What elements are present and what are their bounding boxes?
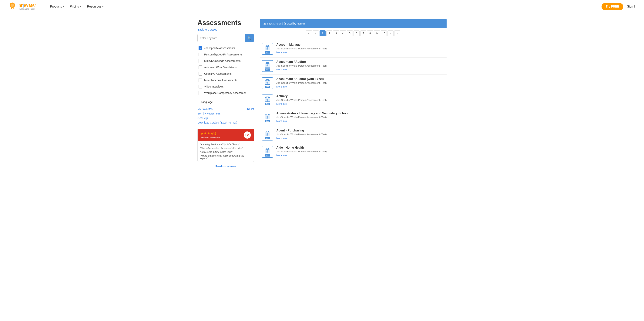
assessment-info-2: Accountant / Auditor (with Excel) Job-Sp…	[276, 77, 445, 88]
assessment-icon-5: Job	[262, 129, 273, 140]
back-to-catalog-link[interactable]: Back to Catalog	[198, 28, 254, 31]
more-info-link-1[interactable]: More Info	[276, 68, 287, 71]
filter-misc[interactable]: Miscellaneous Assessments	[198, 77, 254, 83]
assessment-type-4: Job-Specific Whole-Person Assessment (Te…	[276, 116, 445, 119]
download-catalog-link[interactable]: Download Catalog (Excel Format)	[198, 121, 254, 124]
svg-rect-24	[266, 118, 268, 119]
job-badge-6: Job	[265, 154, 270, 157]
logo[interactable]: hr|avatar Illuminating Talent	[8, 2, 36, 11]
page-9-button[interactable]: 9	[374, 30, 380, 36]
filter-video[interactable]: Video Interviews	[198, 83, 254, 90]
page-6-button[interactable]: 6	[354, 30, 360, 36]
page-prev-button[interactable]: ‹	[313, 30, 319, 36]
checkbox-cognitive	[198, 72, 202, 76]
svg-point-1	[10, 3, 14, 7]
svg-point-31	[266, 150, 268, 152]
reset-link[interactable]: Reset	[247, 107, 254, 110]
page-next-button[interactable]: ›	[388, 30, 394, 36]
svg-point-27	[266, 133, 268, 135]
nav-resources[interactable]: Resources ▾	[84, 3, 106, 10]
read-reviews-link[interactable]: Read our reviews	[198, 165, 254, 168]
list-item: Job Account Manager Job-Specific Whole-P…	[260, 40, 446, 57]
checkbox-animated	[198, 65, 202, 69]
job-badge-2: Job	[265, 86, 270, 88]
page-10-button[interactable]: 10	[381, 30, 387, 36]
resources-chevron-icon: ▾	[102, 5, 104, 8]
checkbox-skills	[198, 59, 202, 63]
results-panel: 234 Tests Found (Sorted by Name) « ‹ 1 2…	[260, 19, 446, 168]
get-help-link[interactable]: Get Help	[198, 117, 254, 120]
review-quote-4: "Hiring managers can easily understand t…	[200, 154, 251, 160]
job-badge-5: Job	[265, 137, 270, 139]
svg-point-11	[266, 64, 268, 66]
filter-skills[interactable]: Skills/Knowledge Assessments	[198, 58, 254, 64]
filter-animated[interactable]: Animated Work Simulations	[198, 64, 254, 70]
list-item: Job Accountant / Auditor Job-Specific Wh…	[260, 57, 446, 75]
nav-pricing[interactable]: Pricing ▾	[67, 3, 84, 10]
stars-area: ★★★★½ Read our reviews on	[201, 131, 220, 139]
assessment-info-4: Administrator - Elementary and Secondary…	[276, 112, 445, 122]
svg-rect-18	[266, 97, 268, 98]
svg-rect-30	[266, 148, 268, 149]
my-favorites-link[interactable]: My Favorites	[198, 107, 212, 110]
filter-cognitive[interactable]: Cognitive Assessments	[198, 70, 254, 77]
search-button[interactable]: 🔍	[245, 34, 254, 42]
page-7-button[interactable]: 7	[360, 30, 366, 36]
page-3-button[interactable]: 3	[333, 30, 339, 36]
search-input[interactable]	[198, 35, 245, 41]
assessment-type-6: Job-Specific Whole-Person Assessment (Te…	[276, 150, 445, 153]
page-title: Assessments	[198, 19, 254, 27]
logo-icon	[8, 2, 17, 11]
page-last-button[interactable]: »	[394, 30, 400, 36]
assessment-icon-1: Job	[262, 60, 273, 72]
filter-job-specific[interactable]: Job-Specific Assessments	[198, 45, 254, 51]
list-item: Job Accountant / Auditor (with Excel) Jo…	[260, 75, 446, 92]
assessment-icon-0: Job	[262, 43, 273, 55]
page-4-button[interactable]: 4	[340, 30, 346, 36]
more-info-link-6[interactable]: More Info	[276, 154, 287, 157]
review-quote-1: "Amazing Service and Spot-On Testing"	[200, 143, 251, 146]
more-info-link-0[interactable]: More Info	[276, 51, 287, 54]
filter-personality[interactable]: Personality/Job-Fit Assessments	[198, 51, 254, 58]
search-bar: 🔍	[198, 34, 254, 42]
assessment-name-5: Agent - Purchasing	[276, 129, 445, 132]
review-card-label: Read our reviews on	[201, 136, 220, 139]
logo-name: hr|avatar	[18, 3, 36, 7]
language-filter[interactable]: › Language	[198, 99, 254, 105]
review-card-header: ★★★★½ Read our reviews on G²	[198, 129, 254, 141]
sort-newest-link[interactable]: Sort by Newest First	[198, 112, 254, 115]
svg-rect-32	[266, 152, 268, 153]
review-quote-2: "The value received far exceeds the pric…	[200, 147, 251, 150]
svg-line-3	[10, 3, 10, 3]
try-free-button[interactable]: Try FREE	[602, 3, 623, 10]
checkbox-misc	[198, 78, 202, 82]
review-quotes: "Amazing Service and Spot-On Testing" "T…	[198, 141, 254, 162]
results-header: 234 Tests Found (Sorted by Name)	[260, 19, 446, 28]
svg-point-7	[266, 47, 268, 49]
assessment-name-0: Account Manager	[276, 43, 445, 46]
search-icon: 🔍	[248, 36, 251, 40]
filter-workplace[interactable]: Workplace Competency Assessmer	[198, 90, 254, 96]
review-card: ★★★★½ Read our reviews on G² "Amazing Se…	[198, 129, 254, 162]
svg-line-4	[14, 3, 15, 3]
nav-products[interactable]: Products ▾	[48, 3, 66, 10]
page-5-button[interactable]: 5	[347, 30, 353, 36]
more-info-link-2[interactable]: More Info	[276, 85, 287, 88]
page-1-button[interactable]: 1	[320, 30, 326, 36]
svg-point-23	[266, 116, 268, 118]
page-first-button[interactable]: «	[306, 30, 312, 36]
more-info-link-5[interactable]: More Info	[276, 137, 287, 140]
sign-in-link[interactable]: Sign In	[627, 5, 636, 8]
assessment-info-5: Agent - Purchasing Job-Specific Whole-Pe…	[276, 129, 445, 140]
logo-tagline: Illuminating Talent	[18, 8, 36, 10]
more-info-link-4[interactable]: More Info	[276, 120, 287, 122]
page-8-button[interactable]: 8	[367, 30, 373, 36]
assessment-name-4: Administrator - Elementary and Secondary…	[276, 112, 445, 115]
sidebar: Assessments Back to Catalog 🔍 Job-Specif…	[198, 19, 254, 168]
list-item: Job Administrator - Elementary and Secon…	[260, 109, 446, 126]
assessment-type-0: Job-Specific Whole-Person Assessment (Te…	[276, 47, 445, 50]
svg-rect-20	[266, 101, 268, 101]
more-info-link-3[interactable]: More Info	[276, 102, 287, 105]
page-2-button[interactable]: 2	[326, 30, 332, 36]
job-badge-4: Job	[265, 120, 270, 122]
